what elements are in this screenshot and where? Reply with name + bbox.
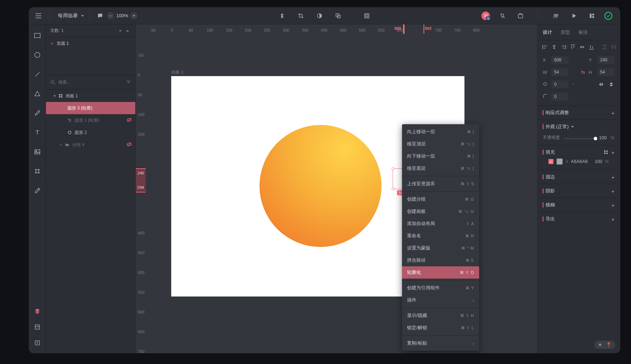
align-vcenter-icon[interactable] <box>579 44 585 50</box>
ctx-copypaste[interactable]: 复制/粘贴› <box>402 337 479 349</box>
text-style-icon[interactable] <box>497 10 508 21</box>
ctx-to-top[interactable]: 移至顶层⌘ ⌥ ] <box>402 138 479 150</box>
polygon-tool[interactable] <box>32 88 43 99</box>
layout-icon[interactable] <box>586 10 597 21</box>
ctx-combine[interactable]: 拼合路径⌘ E <box>402 254 479 266</box>
theme-toggle[interactable]: ☀ 📍 <box>594 341 615 349</box>
fill-hex[interactable]: A6A6A6 <box>571 159 588 164</box>
layer-artboard[interactable]: ▾ 画板 1 <box>46 90 135 102</box>
layer-item[interactable]: 圆形 2 <box>46 126 135 139</box>
rectangle-tool[interactable] <box>32 30 43 41</box>
align-top-icon[interactable] <box>570 44 576 50</box>
align-hcenter-icon[interactable] <box>551 44 557 50</box>
text-tool[interactable] <box>32 127 43 138</box>
align-right-icon[interactable] <box>561 44 566 50</box>
distribute-h-icon[interactable] <box>611 44 617 50</box>
filter-icon[interactable] <box>126 80 131 85</box>
ctx-outline[interactable]: 轮廓化⌘ ⇧ O <box>402 266 479 279</box>
search-input[interactable] <box>58 80 123 85</box>
page-item[interactable]: ✓ 页面 1 <box>46 37 135 50</box>
play-icon[interactable] <box>569 10 579 21</box>
distribute-v-icon[interactable] <box>602 44 607 50</box>
layers-panel-icon[interactable] <box>32 306 43 317</box>
add-page-button[interactable]: + <box>117 25 124 36</box>
x-input[interactable]: 608 <box>551 56 569 64</box>
user-avatar[interactable]: 刘 <box>481 11 490 20</box>
fill-settings-icon[interactable] <box>603 149 609 155</box>
ctx-showhide[interactable]: 显示/隐藏⌘ ⇧ H <box>402 309 479 322</box>
tab-prototype[interactable]: 原型 <box>561 29 570 36</box>
ctx-upload[interactable]: 上传至资源库⌘ ⇧ S <box>402 178 479 190</box>
frame-tool-icon[interactable] <box>361 10 372 21</box>
assets-icon[interactable] <box>515 10 526 21</box>
visibility-icon[interactable] <box>127 142 132 148</box>
ctx-group[interactable]: 创建分组⌘ G <box>402 193 479 205</box>
layer-item-hidden[interactable]: 圆形 1 (轮廓) <box>46 114 135 126</box>
ctx-lock[interactable]: 锁定/解锁⌘ ⇧ L <box>402 322 479 334</box>
tab-design[interactable]: 设计 <box>543 29 552 36</box>
history-panel-icon[interactable] <box>32 337 43 348</box>
image-tool[interactable] <box>32 146 43 157</box>
zoom-out-button[interactable]: − <box>107 12 114 19</box>
comment-icon[interactable] <box>95 10 106 21</box>
radius-input[interactable]: 0 <box>551 93 569 101</box>
selection-handle[interactable] <box>392 187 394 190</box>
fill-enabled-checkbox[interactable]: ✓ <box>548 159 553 164</box>
fill-opacity[interactable]: 100 <box>595 159 602 164</box>
crop-icon[interactable] <box>295 10 306 21</box>
flip-h-icon[interactable] <box>598 81 604 88</box>
circle-shape[interactable] <box>260 125 382 247</box>
h-input[interactable]: 54 <box>597 68 614 76</box>
ctx-plugin[interactable]: 插件› <box>402 294 479 306</box>
ctx-move-up[interactable]: 向上移动一层⌘ ] <box>402 126 479 138</box>
ellipse-tool[interactable] <box>32 50 43 60</box>
library-panel-icon[interactable] <box>32 322 43 332</box>
line-tool[interactable] <box>32 69 43 80</box>
fill-swatch[interactable] <box>556 158 563 165</box>
boolean-icon[interactable] <box>333 10 343 21</box>
opacity-slider[interactable] <box>564 138 595 139</box>
saved-indicator[interactable] <box>604 12 612 20</box>
document-title-dropdown[interactable]: 每周临摹 <box>58 13 84 19</box>
opacity-value[interactable]: 100 <box>599 135 607 140</box>
ctx-instance[interactable]: 创建为引用组件⌘ Y <box>402 282 479 294</box>
flip-v-icon[interactable] <box>608 81 614 88</box>
ctx-mask[interactable]: 设置为蒙版⌘ ^ M <box>402 242 479 254</box>
add-stroke-button[interactable]: + <box>611 174 614 180</box>
selection-handle[interactable] <box>392 167 394 170</box>
component-icon[interactable] <box>277 10 288 21</box>
ctx-rename[interactable]: 重命名⌘ R <box>402 230 479 242</box>
w-input[interactable]: 54 <box>551 68 569 76</box>
canvas[interactable]: -50 0 50 100 150 200 250 300 350 400 450… <box>136 24 537 353</box>
eyedropper-tool[interactable] <box>32 185 43 196</box>
ctx-to-bottom[interactable]: 移至底层⌘ ⌥ [ <box>402 162 479 174</box>
artboard-label[interactable]: 画板 1 <box>171 69 183 75</box>
ctx-artboard[interactable]: 创建画板⌘ ⌥ G <box>402 205 479 218</box>
add-export-button[interactable]: + <box>611 216 614 222</box>
collapse-pages-button[interactable] <box>124 25 131 36</box>
link-wh-icon[interactable]: ⇆ <box>581 70 585 75</box>
zoom-in-button[interactable]: + <box>130 12 137 19</box>
add-blur-button[interactable]: + <box>611 202 614 208</box>
y-input[interactable]: 240 <box>597 56 614 64</box>
chevron-down-icon[interactable] <box>571 125 574 129</box>
rotation-input[interactable]: 0 <box>551 80 569 88</box>
pen-tool[interactable] <box>32 108 43 118</box>
visibility-icon[interactable] <box>127 117 132 123</box>
add-fill-button[interactable]: + <box>611 149 614 155</box>
ctx-move-down[interactable]: 向下移动一层⌘ [ <box>402 150 479 162</box>
share-icon[interactable] <box>551 10 561 21</box>
add-constraint-button[interactable]: + <box>611 110 614 116</box>
zoom-value[interactable]: 100% <box>116 13 128 18</box>
add-shadow-button[interactable]: + <box>611 188 614 194</box>
ctx-autolayout[interactable]: 添加自动布局⇧ A <box>402 218 479 230</box>
layer-group-hidden[interactable]: ▸ 分组 4 <box>46 139 135 151</box>
ctx-separator <box>402 335 479 336</box>
layer-item-selected[interactable]: 圆形 3 (轮廓) <box>46 102 135 114</box>
align-left-icon[interactable] <box>542 44 548 50</box>
tab-annotate[interactable]: 标注 <box>579 29 588 36</box>
align-bottom-icon[interactable] <box>589 44 594 50</box>
menu-button[interactable] <box>32 10 45 22</box>
mask-icon[interactable] <box>314 10 325 21</box>
frame-tool[interactable] <box>32 166 43 177</box>
